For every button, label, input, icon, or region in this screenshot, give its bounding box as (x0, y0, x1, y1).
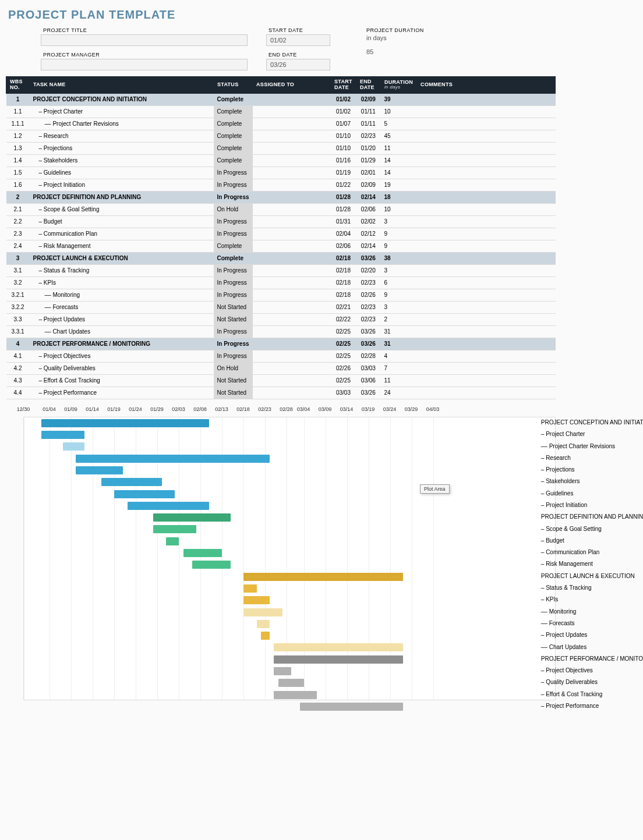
cell-comments[interactable] (417, 252, 556, 264)
cell-status[interactable]: Complete (214, 93, 253, 105)
cell-assigned[interactable] (253, 301, 331, 313)
cell-comments[interactable] (417, 387, 556, 399)
cell-start[interactable]: 01/10 (331, 142, 356, 154)
gantt-bar[interactable] (41, 419, 210, 427)
end-date-input[interactable] (266, 59, 330, 70)
cell-comments[interactable] (417, 203, 556, 215)
cell-status[interactable]: Complete (214, 252, 253, 264)
cell-comments[interactable] (417, 191, 556, 203)
cell-comments[interactable] (417, 240, 556, 252)
cell-end[interactable]: 03/26 (356, 252, 380, 264)
gantt-plot-area[interactable]: Plot Area (23, 417, 556, 700)
cell-assigned[interactable] (253, 154, 331, 166)
cell-comments[interactable] (417, 289, 556, 301)
cell-end[interactable]: 02/26 (356, 289, 380, 301)
cell-assigned[interactable] (253, 191, 331, 203)
start-date-input[interactable] (266, 34, 330, 46)
cell-status[interactable]: Complete (214, 118, 253, 130)
gantt-bar[interactable] (76, 455, 270, 463)
cell-comments[interactable] (417, 338, 556, 350)
gantt-bar[interactable] (243, 573, 403, 581)
cell-assigned[interactable] (253, 277, 331, 289)
cell-status[interactable]: Complete (214, 240, 253, 252)
gantt-bar[interactable] (114, 490, 175, 498)
cell-start[interactable]: 01/28 (331, 203, 356, 215)
cell-end[interactable]: 02/06 (356, 203, 380, 215)
cell-start[interactable]: 02/26 (331, 362, 356, 374)
cell-end[interactable]: 02/14 (356, 191, 380, 203)
cell-start[interactable]: 02/25 (331, 374, 356, 387)
cell-status[interactable]: Not Started (214, 301, 253, 313)
gantt-bar[interactable] (243, 584, 256, 593)
cell-end[interactable]: 02/14 (356, 240, 380, 252)
cell-status[interactable]: In Progress (214, 264, 253, 277)
cell-comments[interactable] (417, 215, 556, 228)
cell-assigned[interactable] (253, 252, 331, 264)
gantt-bar[interactable] (153, 525, 196, 533)
cell-end[interactable]: 01/11 (356, 118, 380, 130)
cell-comments[interactable] (417, 130, 556, 142)
gantt-bar[interactable] (300, 703, 404, 711)
cell-start[interactable]: 01/02 (331, 93, 356, 105)
gantt-bar[interactable] (101, 478, 162, 486)
cell-comments[interactable] (417, 93, 556, 105)
cell-start[interactable]: 01/28 (331, 191, 356, 203)
cell-start[interactable]: 02/25 (331, 325, 356, 338)
cell-comments[interactable] (417, 142, 556, 154)
cell-assigned[interactable] (253, 203, 331, 215)
cell-start[interactable]: 01/16 (331, 154, 356, 166)
cell-comments[interactable] (417, 350, 556, 362)
cell-start[interactable]: 02/04 (331, 228, 356, 240)
cell-comments[interactable] (417, 301, 556, 313)
cell-start[interactable]: 02/18 (331, 277, 356, 289)
cell-start[interactable]: 02/18 (331, 289, 356, 301)
cell-start[interactable]: 01/19 (331, 166, 356, 179)
cell-assigned[interactable] (253, 387, 331, 399)
cell-status[interactable]: Complete (214, 130, 253, 142)
gantt-bar[interactable] (243, 596, 269, 604)
cell-comments[interactable] (417, 264, 556, 277)
cell-status[interactable]: In Progress (214, 338, 253, 350)
cell-end[interactable]: 02/09 (356, 179, 380, 191)
cell-comments[interactable] (417, 154, 556, 166)
cell-end[interactable]: 02/23 (356, 130, 380, 142)
cell-assigned[interactable] (253, 93, 331, 105)
cell-end[interactable]: 03/26 (356, 387, 380, 399)
cell-status[interactable]: In Progress (214, 277, 253, 289)
cell-assigned[interactable] (253, 325, 331, 338)
cell-status[interactable]: In Progress (214, 350, 253, 362)
cell-status[interactable]: Not Started (214, 387, 253, 399)
gantt-bar[interactable] (261, 632, 270, 640)
cell-comments[interactable] (417, 166, 556, 179)
gantt-bar[interactable] (243, 608, 282, 616)
cell-end[interactable]: 01/11 (356, 105, 380, 118)
project-manager-input[interactable] (41, 59, 248, 70)
gantt-bar[interactable] (274, 691, 317, 699)
cell-comments[interactable] (417, 179, 556, 191)
gantt-bar[interactable] (274, 667, 291, 675)
cell-start[interactable]: 02/21 (331, 301, 356, 313)
cell-end[interactable]: 02/20 (356, 264, 380, 277)
cell-assigned[interactable] (253, 215, 331, 228)
cell-end[interactable]: 03/26 (356, 325, 380, 338)
cell-end[interactable]: 02/23 (356, 277, 380, 289)
cell-start[interactable]: 02/25 (331, 338, 356, 350)
cell-assigned[interactable] (253, 374, 331, 387)
gantt-bar[interactable] (192, 561, 231, 569)
cell-start[interactable]: 01/31 (331, 215, 356, 228)
cell-start[interactable]: 01/10 (331, 130, 356, 142)
cell-assigned[interactable] (253, 179, 331, 191)
cell-status[interactable]: On Hold (214, 362, 253, 374)
gantt-bar[interactable] (128, 502, 210, 510)
cell-status[interactable]: On Hold (214, 203, 253, 215)
cell-start[interactable]: 02/06 (331, 240, 356, 252)
cell-assigned[interactable] (253, 105, 331, 118)
cell-assigned[interactable] (253, 228, 331, 240)
gantt-bar[interactable] (257, 620, 270, 628)
cell-comments[interactable] (417, 374, 556, 387)
project-title-input[interactable] (41, 34, 248, 46)
cell-status[interactable]: Not Started (214, 313, 253, 325)
cell-end[interactable]: 02/12 (356, 228, 380, 240)
cell-status[interactable]: Complete (214, 142, 253, 154)
cell-start[interactable]: 01/22 (331, 179, 356, 191)
